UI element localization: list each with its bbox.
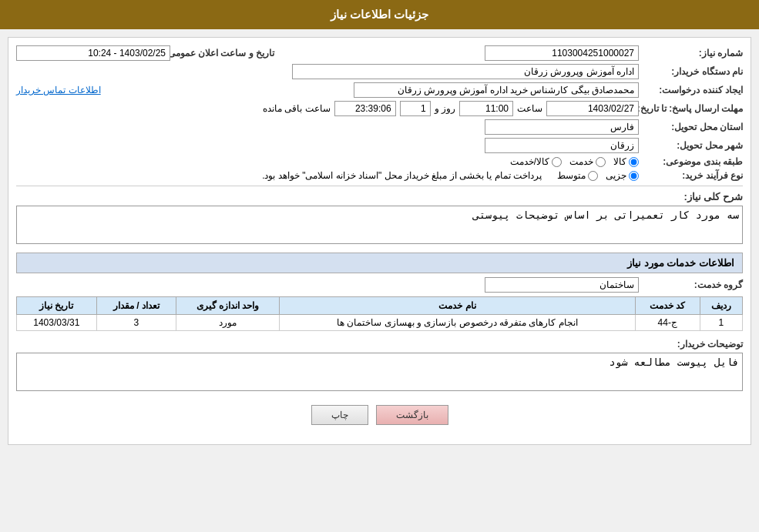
purchase-label-jozi: جزیی bbox=[606, 170, 626, 181]
need-desc-container bbox=[16, 206, 743, 246]
response-deadline-label: مهلت ارسال پاسخ: تا تاریخ: bbox=[643, 103, 743, 114]
page-header: جزئیات اطلاعات نیاز bbox=[0, 0, 759, 29]
col-code: کد خدمت bbox=[635, 297, 700, 315]
need-number-value: 1103004251000027 bbox=[485, 45, 639, 61]
buyer-org-label: نام دستگاه خریدار: bbox=[643, 66, 743, 77]
creator-value: محمدصادق بیگی کارشناس خرید اداره آموزش و… bbox=[354, 82, 639, 98]
category-label-kala: کالا bbox=[613, 156, 626, 167]
category-label: طبقه بندی موضوعی: bbox=[643, 156, 743, 167]
response-days-value: 1 bbox=[400, 101, 431, 116]
response-time-value: 11:00 bbox=[459, 101, 513, 116]
need-number-label: شماره نیاز: bbox=[643, 48, 743, 59]
purchase-label-motavasset: متوسط bbox=[557, 170, 586, 181]
col-name: نام خدمت bbox=[280, 297, 635, 315]
response-time-label: ساعت bbox=[517, 103, 542, 114]
creator-label: ایجاد کننده درخواست: bbox=[643, 85, 743, 95]
cell-row: 1 bbox=[700, 315, 742, 331]
purchase-type-label: نوع فرآیند خرید: bbox=[643, 170, 743, 181]
category-option-khedmat: خدمت bbox=[569, 156, 606, 167]
col-row: ردیف bbox=[700, 297, 742, 315]
buyer-org-row: نام دستگاه خریدار: اداره آموزش وپرورش زر… bbox=[16, 64, 743, 79]
category-option-kala: کالا bbox=[613, 156, 639, 167]
category-option-kala-khedmat: کالا/خدمت bbox=[510, 156, 562, 167]
response-deadline-row: مهلت ارسال پاسخ: تا تاریخ: 1403/02/27 سا… bbox=[16, 101, 743, 116]
response-remaining-label: ساعت باقی مانده bbox=[263, 103, 331, 114]
category-label-khedmat: خدمت bbox=[569, 156, 593, 167]
category-label-kala-khedmat: کالا/خدمت bbox=[510, 156, 549, 167]
back-button[interactable]: بازگشت bbox=[376, 405, 448, 425]
need-desc-label: شرح کلی نیاز: bbox=[643, 191, 743, 202]
cell-name: انجام کارهای متفرقه درخصوص بازسازی و بهس… bbox=[280, 315, 635, 331]
main-content: شماره نیاز: 1103004251000027 تاریخ و ساع… bbox=[8, 37, 751, 445]
category-radio-group: کالا/خدمت خدمت کالا bbox=[510, 156, 639, 167]
city-label: شهر محل تحویل: bbox=[643, 140, 743, 151]
response-date-value: 1403/02/27 bbox=[546, 101, 639, 116]
purchase-radio-motavasset[interactable] bbox=[588, 171, 598, 181]
buyer-notes-label: توضیحات خریدار: bbox=[643, 339, 743, 350]
response-day-label: روز و bbox=[435, 103, 455, 114]
category-radio-kala[interactable] bbox=[629, 157, 639, 167]
province-value: فارس bbox=[485, 119, 639, 135]
print-button[interactable]: چاپ bbox=[311, 405, 368, 425]
services-section-header: اطلاعات خدمات مورد نیاز bbox=[16, 253, 743, 273]
buyer-notes-container bbox=[16, 353, 743, 393]
services-table: ردیف کد خدمت نام خدمت واحد اندازه گیری ت… bbox=[16, 296, 743, 331]
need-desc-row: شرح کلی نیاز: bbox=[16, 191, 743, 202]
button-row: چاپ بازگشت bbox=[16, 405, 743, 437]
service-group-label: گروه خدمت: bbox=[643, 279, 743, 290]
buyer-notes-textarea[interactable] bbox=[16, 353, 743, 391]
cell-code: ج-44 bbox=[635, 315, 700, 331]
page-container: جزئیات اطلاعات نیاز شماره نیاز: 11030042… bbox=[0, 0, 759, 532]
city-value: زرقان bbox=[485, 138, 639, 153]
province-row: استان محل تحویل: فارس bbox=[16, 119, 743, 135]
category-radio-khedmat[interactable] bbox=[596, 157, 606, 167]
purchase-note: پرداخت تمام یا بخشی از مبلغ خریداز محل "… bbox=[262, 170, 542, 181]
buyer-notes-row: توضیحات خریدار: bbox=[16, 339, 743, 350]
response-remaining-value: 23:39:06 bbox=[334, 101, 396, 116]
col-date: تاریخ نیاز bbox=[17, 297, 97, 315]
page-title: جزئیات اطلاعات نیاز bbox=[331, 8, 428, 21]
cell-date: 1403/03/31 bbox=[17, 315, 97, 331]
buyer-org-value: اداره آموزش وپرورش زرقان bbox=[292, 64, 639, 79]
purchase-radio-group: متوسط جزیی bbox=[557, 170, 639, 181]
purchase-radio-jozi[interactable] bbox=[629, 171, 639, 181]
purchase-option-jozi: جزیی bbox=[606, 170, 639, 181]
announce-date-value: 1403/02/25 - 10:24 bbox=[16, 45, 170, 61]
need-number-row: شماره نیاز: 1103004251000027 تاریخ و ساع… bbox=[16, 45, 743, 61]
cell-unit: مورد bbox=[176, 315, 280, 331]
purchase-option-motavasset: متوسط bbox=[557, 170, 598, 181]
province-label: استان محل تحویل: bbox=[643, 122, 743, 132]
service-group-row: گروه خدمت: ساختمان bbox=[16, 277, 743, 293]
purchase-type-row: نوع فرآیند خرید: متوسط جزیی پرداخت تمام … bbox=[16, 170, 743, 181]
col-quantity: تعداد / مقدار bbox=[96, 297, 176, 315]
category-row: طبقه بندی موضوعی: کالا/خدمت خدمت کالا bbox=[16, 156, 743, 167]
cell-quantity: 3 bbox=[96, 315, 176, 331]
contact-link[interactable]: اطلاعات تماس خریدار bbox=[16, 85, 101, 95]
table-row: 1ج-44انجام کارهای متفرقه درخصوص بازسازی … bbox=[17, 315, 743, 331]
city-row: شهر محل تحویل: زرقان bbox=[16, 138, 743, 153]
service-group-value: ساختمان bbox=[485, 277, 639, 293]
category-radio-kala-khedmat[interactable] bbox=[552, 157, 562, 167]
creator-row: ایجاد کننده درخواست: محمدصادق بیگی کارشن… bbox=[16, 82, 743, 98]
announce-date-label: تاریخ و ساعت اعلان عمومی: bbox=[174, 48, 274, 59]
need-desc-textarea[interactable] bbox=[16, 206, 743, 244]
col-unit: واحد اندازه گیری bbox=[176, 297, 280, 315]
